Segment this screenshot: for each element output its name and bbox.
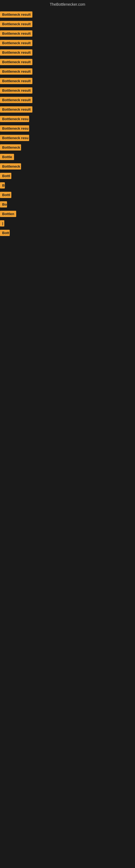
bottleneck-badge: Bottl bbox=[0, 173, 11, 179]
bottleneck-badge: Bottleneck result bbox=[0, 11, 32, 18]
bottleneck-badge: Bottleneck result bbox=[0, 87, 32, 94]
bottleneck-badge: Bottleneck result bbox=[0, 21, 32, 27]
bottleneck-item: Bottleneck result bbox=[0, 86, 135, 95]
bottleneck-badge: Bottleneck result bbox=[0, 50, 32, 56]
bottleneck-item: Bottleneck result bbox=[0, 76, 135, 86]
bottleneck-item: Bottleneck result bbox=[0, 57, 135, 67]
bottleneck-badge: Bottleneck result bbox=[0, 78, 32, 84]
bottleneck-item: Bottlen bbox=[0, 209, 135, 219]
bottleneck-item: Bottleneck result bbox=[0, 95, 135, 105]
bottleneck-item: Bottleneck result bbox=[0, 67, 135, 76]
bottleneck-item: Bott bbox=[0, 228, 135, 238]
bottleneck-badge: Bottleneck resu bbox=[0, 135, 29, 141]
site-title: TheBottlenecker.com bbox=[0, 0, 135, 10]
bottleneck-badge: Bottleneck bbox=[0, 163, 21, 169]
bottleneck-badge: Bottleneck bbox=[0, 144, 21, 151]
bottleneck-badge: Bottleneck result bbox=[0, 40, 32, 46]
bottleneck-item: Bottleneck result bbox=[0, 19, 135, 29]
bottleneck-item: | bbox=[0, 219, 135, 228]
bottleneck-item: Bottl bbox=[0, 171, 135, 181]
bottleneck-item: Bottleneck bbox=[0, 143, 135, 152]
bottleneck-item: Bottleneck resu bbox=[0, 114, 135, 124]
bottleneck-badge: Bottleneck result bbox=[0, 106, 32, 113]
bottleneck-item: Bottleneck result bbox=[0, 48, 135, 57]
bottleneck-item: Bo bbox=[0, 199, 135, 209]
bottleneck-item: Bottleneck result bbox=[0, 10, 135, 19]
bottleneck-item: Bottleneck bbox=[0, 162, 135, 171]
bottleneck-badge: Bottlen bbox=[0, 211, 16, 217]
bottleneck-item: Bottl bbox=[0, 190, 135, 199]
bottleneck-item: Bottle bbox=[0, 152, 135, 162]
bottleneck-item: Bottleneck result bbox=[0, 38, 135, 48]
bottleneck-badge: Bottl bbox=[0, 192, 11, 198]
bottleneck-badge: Bott bbox=[0, 230, 10, 236]
bottleneck-item: Bottleneck resu bbox=[0, 124, 135, 133]
bottleneck-badge: Bottleneck result bbox=[0, 97, 32, 103]
bottleneck-item: Bottleneck result bbox=[0, 29, 135, 38]
bottleneck-badge: | bbox=[0, 220, 4, 226]
bottleneck-badge: Bottleneck resu bbox=[0, 116, 29, 122]
bottleneck-item: Bottleneck result bbox=[0, 105, 135, 114]
bottleneck-item: B bbox=[0, 181, 135, 190]
bottleneck-badge: Bottleneck result bbox=[0, 68, 32, 74]
items-list: Bottleneck resultBottleneck resultBottle… bbox=[0, 10, 135, 238]
bottleneck-badge: Bottleneck result bbox=[0, 59, 32, 65]
bottleneck-badge: Bottleneck result bbox=[0, 30, 32, 37]
bottleneck-badge: B bbox=[0, 182, 5, 188]
main-container: TheBottlenecker.com Bottleneck resultBot… bbox=[0, 0, 135, 238]
bottleneck-badge: Bottleneck resu bbox=[0, 125, 29, 131]
bottleneck-badge: Bottle bbox=[0, 154, 14, 160]
bottleneck-item: Bottleneck resu bbox=[0, 133, 135, 143]
bottleneck-badge: Bo bbox=[0, 201, 7, 208]
